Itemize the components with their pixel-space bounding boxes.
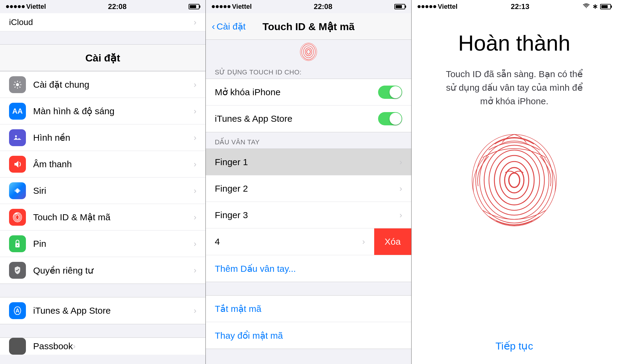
chevron-itunes-appstore: ›	[194, 306, 196, 315]
time-3: 22:13	[511, 2, 529, 11]
dot-3-5	[433, 5, 436, 8]
chevron-hinh-nen: ›	[194, 133, 196, 143]
svg-text:A: A	[16, 308, 20, 314]
panel-2: Viettel 22:08 ‹ Cài đặt Touch ID & Mật m…	[205, 0, 411, 364]
partial-bottom-item[interactable]: Passbook ›	[0, 337, 205, 355]
dot-4	[18, 5, 21, 8]
label-itunes-2: iTunes & App Store	[215, 114, 378, 124]
dot-5	[22, 5, 25, 8]
list-item-hinh-nen[interactable]: Hình nền ›	[0, 124, 205, 151]
partial-top-label: iCloud	[9, 17, 194, 27]
partial-top-item[interactable]: iCloud ›	[0, 13, 205, 31]
time-2: 22:08	[314, 2, 332, 11]
label-privacy: Quyền riêng tư	[33, 265, 194, 276]
finger-item-4-content[interactable]: 4 ›	[206, 228, 374, 255]
separator-1	[0, 31, 205, 45]
back-label-2: Cài đặt	[217, 21, 246, 32]
thay-doi-mat-ma-label: Thay đổi mật mã	[215, 330, 283, 341]
separator-2	[206, 282, 411, 295]
wifi-icon-3	[583, 3, 590, 10]
dot-2-3	[220, 5, 223, 8]
svg-point-21	[480, 141, 549, 219]
finger-item-3[interactable]: Finger 3 ›	[206, 202, 411, 228]
toggle-mo-khoa[interactable]	[378, 86, 402, 99]
nav-bar-1: Cài đặt	[0, 45, 205, 71]
finger-label-1: Finger 1	[215, 157, 399, 167]
icon-cai-dat-chung	[9, 76, 26, 93]
list-item-cai-dat-chung[interactable]: Cài đặt chung ›	[0, 71, 205, 98]
panel-1: Viettel 22:08 iCloud › Cài đặt	[0, 0, 205, 364]
label-am-thanh: Âm thanh	[33, 159, 194, 169]
carrier-2: Viettel	[232, 3, 252, 11]
separator-bottom	[0, 324, 205, 337]
use-touch-id-list: Mở khóa iPhone iTunes & App Store	[206, 79, 411, 132]
icon-partial-bottom	[9, 338, 26, 355]
svg-point-1	[15, 135, 17, 137]
dot-3-1	[418, 5, 421, 8]
list-item-privacy[interactable]: Quyền riêng tư ›	[0, 257, 205, 284]
list-item-pin[interactable]: Pin ›	[0, 231, 205, 257]
list-item-itunes-2[interactable]: iTunes & App Store	[206, 105, 411, 132]
label-pin: Pin	[33, 239, 194, 249]
completion-title: Hoàn thành	[458, 31, 570, 55]
page-title-1: Cài đặt	[85, 52, 120, 64]
label-touch-id: Touch ID & Mật mã	[33, 212, 194, 222]
fingerprint-list: Finger 1 › Finger 2 › Finger 3 › 4 › Xóa…	[206, 149, 411, 282]
passcode-list: Tắt mật mã Thay đổi mật mã	[206, 295, 411, 349]
bluetooth-icon-3: ∗	[592, 3, 598, 11]
svg-point-3	[14, 189, 20, 192]
xoa-button[interactable]: Xóa	[374, 228, 411, 255]
svg-point-0	[16, 83, 19, 86]
status-bar-2: Viettel 22:08	[206, 0, 411, 13]
svg-point-14	[300, 43, 317, 61]
tat-mat-ma-label: Tắt mật mã	[215, 303, 261, 314]
battery-3	[600, 4, 611, 9]
dot-3-2	[421, 5, 424, 8]
continue-button[interactable]: Tiếp tục	[496, 340, 533, 352]
list-item-siri[interactable]: Siri ›	[0, 177, 205, 204]
dot-3-4	[429, 5, 432, 8]
battery-fill-1	[190, 5, 196, 8]
status-right-2	[394, 4, 405, 9]
battery-fill-3	[601, 5, 608, 8]
chevron-am-thanh: ›	[194, 159, 196, 169]
finger-chevron-4: ›	[362, 237, 365, 246]
label-siri: Siri	[33, 186, 194, 196]
icon-itunes-appstore: A	[9, 302, 26, 319]
finger-label-3: Finger 3	[215, 210, 399, 220]
tat-mat-ma-item[interactable]: Tắt mật mã	[206, 296, 411, 322]
status-left-2: Viettel	[212, 3, 252, 11]
status-right-3: ∗	[583, 3, 611, 11]
battery-1	[189, 4, 199, 9]
back-button-2[interactable]: ‹ Cài đặt	[212, 21, 246, 32]
thay-doi-mat-ma-item[interactable]: Thay đổi mật mã	[206, 322, 411, 349]
icon-touch-id	[9, 209, 26, 226]
time-1: 22:08	[108, 2, 127, 11]
finger-item-2[interactable]: Finger 2 ›	[206, 175, 411, 202]
status-bar-1: Viettel 22:08	[0, 0, 205, 13]
list-item-mo-khoa[interactable]: Mở khóa iPhone	[206, 79, 411, 105]
list-item-man-hinh[interactable]: AA Màn hình & độ sáng ›	[0, 98, 205, 124]
settings-list: Cài đặt chung › AA Màn hình & độ sáng › …	[0, 71, 205, 284]
list-item-itunes-appstore[interactable]: A iTunes & App Store ›	[0, 297, 205, 324]
svg-point-13	[302, 44, 315, 60]
carrier-1: Viettel	[26, 3, 46, 11]
toggle-itunes[interactable]	[378, 112, 402, 125]
icon-siri	[9, 182, 26, 199]
label-hinh-nen: Hình nền	[33, 132, 194, 143]
finger-item-1[interactable]: Finger 1 ›	[206, 149, 411, 175]
list-item-am-thanh[interactable]: Âm thanh ›	[0, 151, 205, 177]
dot-2-2	[216, 5, 219, 8]
dot-2	[10, 5, 13, 8]
dot-2-4	[224, 5, 227, 8]
battery-2	[394, 4, 405, 9]
toggle-thumb-mo-khoa	[390, 86, 402, 98]
finger-label-4: 4	[215, 237, 362, 247]
label-man-hinh: Màn hình & độ sáng	[33, 106, 194, 116]
add-fingerprint-item[interactable]: Thêm Dấu vân tay...	[206, 255, 411, 282]
dot-3	[14, 5, 17, 8]
list-item-touch-id[interactable]: Touch ID & Mật mã ›	[0, 204, 205, 231]
icon-am-thanh	[9, 156, 26, 173]
fingerprint-svg	[466, 126, 562, 234]
nav-bar-2: ‹ Cài đặt Touch ID & Mật mã	[206, 13, 411, 40]
